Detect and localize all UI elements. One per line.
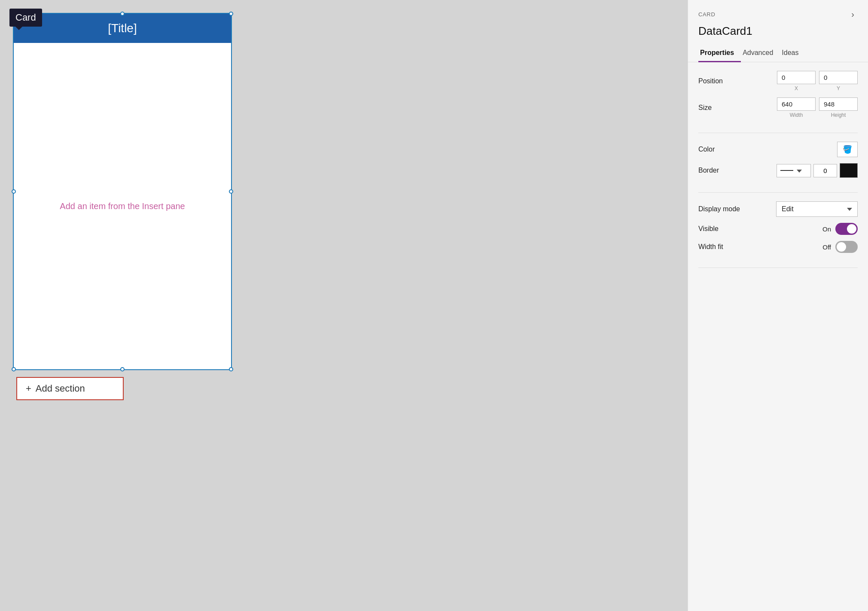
add-section-button[interactable]: + Add section (16, 377, 124, 400)
size-inputs: Width Height (777, 97, 858, 118)
chevron-right-icon: › (851, 9, 854, 19)
handle-top-center[interactable] (120, 12, 125, 16)
display-mode-label: Display mode (698, 205, 741, 213)
width-fit-row: Width fit Off (698, 241, 858, 253)
size-label: Size (698, 104, 741, 112)
visible-toggle-group: On (822, 223, 858, 235)
border-label: Border (698, 167, 741, 174)
visible-state-label: On (822, 225, 831, 233)
position-y-label: Y (837, 85, 840, 91)
display-mode-value: Edit (782, 205, 794, 213)
tab-properties[interactable]: Properties (698, 45, 741, 62)
size-width-label: Width (790, 112, 803, 118)
color-swatch-button[interactable]: 🪣 (837, 142, 858, 157)
border-color-swatch[interactable] (840, 163, 858, 178)
border-style-dropdown[interactable] (777, 164, 811, 177)
handle-bottom-center[interactable] (120, 367, 125, 371)
canvas-area: Card [Title] Add an item from the Insert… (0, 0, 688, 611)
card-container[interactable]: [Title] Add an item from the Insert pane (13, 13, 232, 370)
color-row: Color 🪣 (698, 142, 858, 157)
card-placeholder-text: Add an item from the Insert pane (60, 201, 185, 211)
visible-row: Visible On (698, 223, 858, 235)
handle-middle-right[interactable] (229, 189, 233, 194)
position-y-input[interactable] (819, 71, 858, 84)
display-mode-chevron-icon (847, 205, 852, 213)
width-fit-state-label: Off (822, 243, 831, 251)
width-fit-label: Width fit (698, 243, 741, 251)
paint-bucket-icon: 🪣 (843, 145, 852, 154)
width-fit-toggle-knob (837, 242, 846, 252)
card-tooltip: Card (9, 9, 42, 27)
position-inputs: X Y (777, 71, 858, 91)
panel-component-name: DataCard1 (688, 24, 868, 45)
chevron-down-icon (797, 167, 802, 174)
border-row: Border (698, 163, 858, 178)
size-row: Size Width Height (698, 97, 858, 118)
card-body: Add an item from the Insert pane (14, 43, 231, 369)
position-x-group: X (777, 71, 816, 91)
panel-header: CARD › (688, 0, 868, 24)
handle-top-right[interactable] (229, 12, 233, 16)
position-x-input[interactable] (777, 71, 816, 84)
handle-bottom-right[interactable] (229, 367, 233, 371)
size-width-input[interactable] (777, 97, 816, 111)
visible-toggle[interactable] (835, 223, 858, 235)
panel-tabs: Properties Advanced Ideas (688, 45, 868, 62)
border-width-input[interactable] (813, 164, 837, 177)
size-height-input[interactable] (819, 97, 858, 111)
handle-middle-left[interactable] (12, 189, 16, 194)
size-height-group: Height (819, 97, 858, 118)
panel-card-label: CARD (698, 11, 715, 18)
width-fit-toggle[interactable] (835, 241, 858, 253)
card-title-bar: [Title] (14, 14, 231, 43)
properties-content: Position X Y Size (688, 62, 868, 285)
width-fit-toggle-group: Off (822, 241, 858, 253)
position-row: Position X Y (698, 71, 858, 91)
size-width-group: Width (777, 97, 816, 118)
visible-label: Visible (698, 225, 741, 233)
display-mode-row: Display mode Edit (698, 201, 858, 217)
color-label: Color (698, 146, 741, 153)
border-inputs (777, 163, 858, 178)
add-section-label: Add section (36, 383, 85, 394)
panel-close-button[interactable]: › (848, 8, 858, 21)
color-border-section: Color 🪣 Border (698, 142, 858, 193)
tab-ideas[interactable]: Ideas (780, 45, 805, 62)
display-mode-dropdown[interactable]: Edit (776, 201, 858, 217)
position-label: Position (698, 77, 741, 85)
position-x-label: X (795, 85, 798, 91)
visible-toggle-knob (847, 224, 856, 234)
size-height-label: Height (831, 112, 846, 118)
position-size-section: Position X Y Size (698, 71, 858, 133)
position-y-group: Y (819, 71, 858, 91)
tab-advanced[interactable]: Advanced (741, 45, 780, 62)
display-section: Display mode Edit Visible On Width fit (698, 201, 858, 268)
handle-bottom-left[interactable] (12, 367, 16, 371)
card-wrapper: Card [Title] Add an item from the Insert… (13, 13, 232, 370)
border-line-icon (780, 170, 793, 171)
properties-panel: CARD › DataCard1 Properties Advanced Ide… (688, 0, 868, 611)
add-section-plus-icon: + (26, 383, 31, 394)
